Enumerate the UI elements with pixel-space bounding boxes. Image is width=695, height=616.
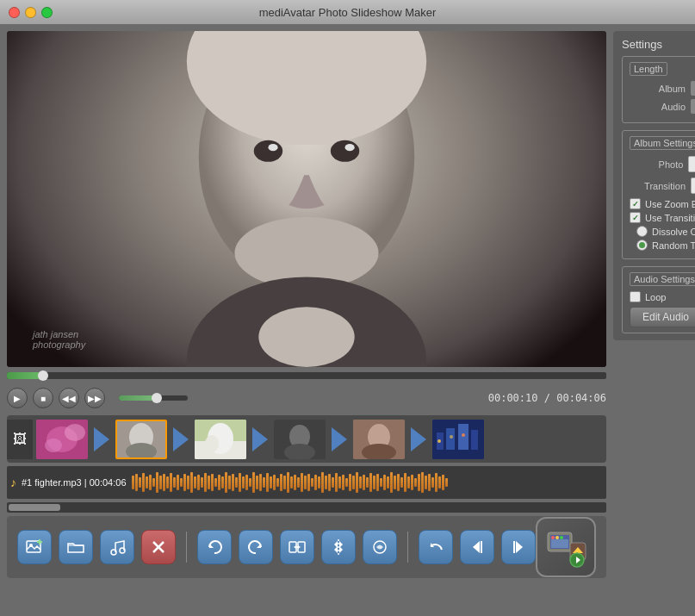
add-image-icon xyxy=(25,538,44,557)
flip-button[interactable] xyxy=(321,530,356,564)
album-time-value: 00:04:06 xyxy=(691,81,695,96)
svg-rect-113 xyxy=(400,477,403,488)
arrow-shape-5 xyxy=(411,427,426,451)
next-button[interactable]: ▶▶ xyxy=(84,388,105,408)
svg-rect-60 xyxy=(218,475,220,490)
toolbar-separator-2 xyxy=(407,532,408,563)
time-display: 00:00:10 / 00:04:06 xyxy=(488,392,606,404)
svg-point-20 xyxy=(205,435,219,452)
volume-slider[interactable] xyxy=(119,395,188,401)
prev-button[interactable]: ◀◀ xyxy=(59,388,79,408)
edit-audio-button[interactable]: Edit Audio xyxy=(630,307,695,327)
open-folder-button[interactable] xyxy=(59,530,93,564)
next-photo-button[interactable] xyxy=(501,530,536,564)
svg-rect-77 xyxy=(276,478,279,487)
maximize-button[interactable] xyxy=(41,7,53,18)
audio-track[interactable]: ♪ #1 fighter.mp3 | 00:04:06 xyxy=(7,466,606,499)
use-transition-checkbox[interactable] xyxy=(630,212,641,223)
photo-field-label: Photo xyxy=(630,159,683,170)
dissolve-only-radio[interactable] xyxy=(636,226,648,237)
window-controls[interactable] xyxy=(9,7,53,18)
svg-rect-119 xyxy=(421,472,424,493)
svg-rect-97 xyxy=(345,478,348,487)
album-field-label: Album xyxy=(630,84,686,94)
progress-bar[interactable] xyxy=(7,372,606,379)
minimize-button[interactable] xyxy=(25,7,36,18)
effects-button[interactable] xyxy=(363,530,397,564)
photo-duration-input[interactable] xyxy=(688,156,695,172)
photo-timeline[interactable]: 🖼 xyxy=(7,415,606,463)
scrollbar-thumb[interactable] xyxy=(9,504,60,511)
svg-rect-81 xyxy=(290,476,293,488)
thumb-svg-6 xyxy=(432,420,484,459)
svg-rect-124 xyxy=(438,476,441,488)
svg-rect-122 xyxy=(431,477,434,488)
album-length-row: Album 00:04:06 xyxy=(630,81,695,96)
timeline-photo-1[interactable] xyxy=(36,420,88,459)
export-button[interactable] xyxy=(536,517,596,577)
svg-point-5 xyxy=(268,144,277,151)
transition-input[interactable] xyxy=(691,177,695,194)
timeline-photo-3[interactable] xyxy=(195,420,246,459)
random-transition-radio[interactable] xyxy=(636,240,648,251)
timeline-photo-4[interactable] xyxy=(274,420,326,459)
svg-point-3 xyxy=(254,140,282,162)
svg-rect-90 xyxy=(321,472,324,493)
delete-button[interactable] xyxy=(141,530,176,564)
rotate-ccw-button[interactable] xyxy=(197,530,232,564)
progress-thumb[interactable] xyxy=(38,370,48,381)
zoom-effect-checkbox[interactable] xyxy=(630,198,641,209)
svg-point-33 xyxy=(450,435,453,439)
svg-rect-76 xyxy=(273,475,276,490)
timeline-photo-5[interactable] xyxy=(353,420,405,459)
thumb-svg-3 xyxy=(195,420,246,459)
timeline-photo-2[interactable] xyxy=(115,420,167,459)
use-transition-row: Use Transition xyxy=(630,212,695,223)
add-music-button[interactable] xyxy=(100,530,134,564)
svg-rect-48 xyxy=(177,475,179,490)
close-button[interactable] xyxy=(9,7,20,18)
svg-rect-107 xyxy=(380,478,382,487)
rotate-cw-button[interactable] xyxy=(239,530,273,564)
svg-rect-29 xyxy=(446,428,455,450)
audio-track-icon: ♪ xyxy=(10,476,16,489)
svg-rect-106 xyxy=(376,474,379,491)
play-button[interactable]: ▶ xyxy=(7,388,28,408)
svg-rect-82 xyxy=(294,475,296,490)
svg-marker-146 xyxy=(339,546,343,553)
svg-marker-141 xyxy=(294,545,296,549)
svg-rect-91 xyxy=(325,476,327,489)
arrow-5 xyxy=(406,424,431,454)
toolbar-separator-1 xyxy=(186,532,187,563)
stop-button[interactable]: ■ xyxy=(33,388,53,408)
add-image-button[interactable] xyxy=(17,530,52,564)
left-panel: jath jansenphotography ▶ ■ ◀◀ ▶▶ 00:00:1… xyxy=(7,31,606,609)
arrow-3 xyxy=(248,424,272,454)
volume-thumb[interactable] xyxy=(152,393,162,403)
arrow-shape-1 xyxy=(94,427,109,451)
svg-marker-135 xyxy=(209,544,214,548)
next-photo-icon xyxy=(509,538,528,557)
rotate-cw-icon xyxy=(246,538,265,557)
svg-rect-88 xyxy=(314,475,317,490)
undo-button[interactable] xyxy=(419,530,453,564)
loop-checkbox[interactable] xyxy=(630,291,641,302)
random-transition-label: Random Transition xyxy=(652,240,695,251)
transition-button[interactable] xyxy=(280,530,314,564)
svg-rect-117 xyxy=(414,478,417,487)
svg-marker-136 xyxy=(257,544,261,548)
svg-point-157 xyxy=(560,536,563,539)
prev-photo-button[interactable] xyxy=(460,530,494,564)
svg-rect-53 xyxy=(194,476,196,488)
transition-field-label: Transition xyxy=(630,181,686,191)
svg-rect-50 xyxy=(183,474,186,491)
svg-rect-123 xyxy=(435,473,437,492)
svg-rect-36 xyxy=(135,474,138,491)
time-sep: / xyxy=(538,392,557,404)
total-time: 00:04:06 xyxy=(556,392,606,404)
timeline-photo-6[interactable] xyxy=(432,420,484,459)
svg-rect-52 xyxy=(190,472,193,493)
svg-rect-93 xyxy=(332,477,334,488)
timeline-scrollbar[interactable] xyxy=(7,502,606,513)
svg-point-4 xyxy=(331,140,359,162)
